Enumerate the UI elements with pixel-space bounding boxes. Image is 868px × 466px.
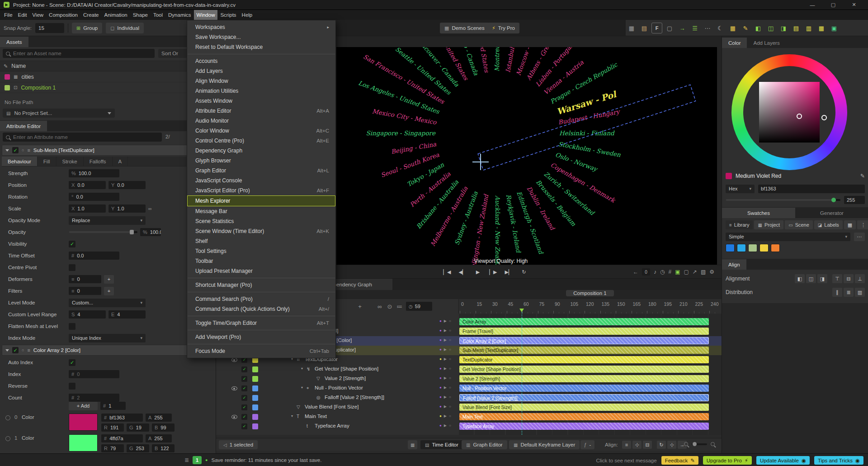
visibility-eye-icon[interactable] — [231, 415, 237, 419]
output-arrow-icon[interactable]: ▶ — [444, 319, 447, 323]
reverse-checkbox[interactable] — [69, 383, 75, 390]
marquee-icon[interactable]: ▢ — [664, 23, 675, 33]
collapse-caret-icon[interactable] — [5, 149, 9, 152]
project-button[interactable]: ▦Project — [754, 220, 783, 229]
menu-item-focus-mode[interactable]: Focus ModeCtrl+Tab — [187, 346, 335, 356]
value-field[interactable]: Y0.0 — [108, 181, 146, 189]
timeline-bar-textduplicator[interactable]: TextDuplicator — [459, 356, 709, 363]
try-pro-button[interactable]: ⚡ Try Pro — [487, 23, 519, 33]
value-field[interactable]: %100.0 — [69, 169, 119, 177]
group-button[interactable]: ⊞ Group — [72, 23, 102, 33]
saturation-value-square[interactable] — [759, 82, 820, 143]
timeline-bar-sub-mesh-textduplicator[interactable]: Sub-Mesh [TextDuplicator] — [459, 347, 709, 354]
value-field[interactable]: S4 — [69, 310, 106, 319]
project-set-dropdown[interactable]: ▤ No Project Set... — [3, 109, 115, 118]
scene-button[interactable]: ▭Scene — [785, 220, 813, 229]
menu-edit[interactable]: Edit — [15, 10, 30, 20]
individual-button[interactable]: ◻ Individual — [106, 23, 144, 33]
timeline-bar-color-array[interactable]: Color Array — [459, 318, 709, 325]
output-arrow-icon[interactable]: ▶ — [444, 385, 447, 390]
zoom-in-icon[interactable] — [711, 442, 715, 446]
move-tool-icon[interactable]: → — [677, 23, 688, 33]
input-dot-icon[interactable]: ● — [439, 347, 442, 352]
value-field[interactable]: ≡0 — [69, 287, 101, 295]
align-right-icon[interactable]: ◨ — [817, 274, 827, 283]
menu-item-scene-statistics[interactable]: Scene Statistics — [187, 216, 335, 226]
menu-item-javascript-console[interactable]: JavaScript Console — [187, 176, 335, 185]
enable-checkbox[interactable]: ✓ — [241, 414, 247, 420]
loop-dot-icon[interactable]: ○ — [449, 319, 451, 323]
more-menu-button[interactable]: ⋮ — [857, 220, 868, 229]
menu-item-accounts[interactable]: Accounts — [187, 56, 335, 66]
status-hint[interactable]: Click to see next message — [596, 458, 656, 463]
key-focus-icon[interactable]: ⊹ — [667, 441, 676, 449]
align-left-icon[interactable]: ◧ — [795, 274, 805, 283]
columns-icon[interactable]: ▥ — [803, 23, 814, 33]
color-mode-dropdown[interactable]: Hex ▾ — [726, 185, 755, 193]
minimize-button[interactable]: — — [802, 0, 823, 10]
visibility-eye-icon[interactable] — [231, 386, 237, 390]
menu-item-command-search-pro[interactable]: Command Search (Pro)/ — [187, 294, 335, 304]
value-field[interactable]: ≡0 — [69, 275, 101, 283]
attr-tab-a[interactable]: A — [113, 157, 128, 166]
menu-item-workspaces[interactable]: Workspaces▸ — [187, 22, 335, 32]
menu-item-align-window[interactable]: Align Window — [187, 76, 335, 86]
library-button[interactable]: ≡Library — [726, 220, 753, 229]
skip-start-button[interactable]: ▏◀ — [442, 266, 452, 277]
input-dot-icon[interactable]: ● — [439, 385, 442, 390]
menu-item-javascript-editor-pro[interactable]: JavaScript Editor (Pro)Alt+F — [187, 185, 335, 195]
visibility-eye-icon[interactable] — [231, 358, 237, 362]
pattern-icon[interactable]: ▧ — [701, 266, 706, 277]
value-field[interactable]: E4 — [108, 310, 146, 319]
selected-count-button[interactable]: ◁ 1 selected — [219, 440, 258, 449]
more-options-button[interactable]: ⋯ — [854, 233, 865, 241]
enable-checkbox[interactable]: ✓ — [241, 385, 247, 391]
tab-color[interactable]: Color — [722, 38, 747, 48]
loop-dot-icon[interactable]: ○ — [449, 338, 451, 342]
solo-icon[interactable]: ○ — [22, 348, 24, 352]
attr-tab-behaviour[interactable]: Behaviour — [2, 157, 38, 166]
hex-input[interactable]: bf1363 — [758, 185, 865, 193]
labels-button[interactable]: ◪Labels — [814, 220, 843, 229]
loop-button[interactable]: ↻ — [519, 266, 529, 277]
align-left-icon[interactable]: ◧ — [753, 23, 764, 33]
menu-dynamics[interactable]: Dynamics — [165, 10, 193, 20]
alpha-slider[interactable] — [726, 196, 840, 204]
loop-dot-icon[interactable]: ○ — [449, 357, 451, 361]
messages-icon[interactable]: ≣ — [184, 457, 189, 463]
timeline-bar-falloff-value-2-strength[interactable]: Falloff [Value 2 [Strength]] — [459, 394, 709, 401]
input-dot-icon[interactable]: ● — [439, 395, 442, 399]
enable-checkbox[interactable]: ✓ — [241, 366, 247, 372]
timeline-bar-typeface-array[interactable]: Typeface Array — [459, 423, 709, 430]
value-field[interactable]: #0 — [69, 370, 119, 378]
output-arrow-icon[interactable]: ▶ — [444, 347, 447, 352]
output-arrow-icon[interactable]: ▶ — [444, 414, 447, 418]
menu-item-animation-utilities[interactable]: Animation Utilities — [187, 86, 335, 96]
outliner-row-value-blend-font-size[interactable]: ✓▽Value Blend [Font Size]●▶○ — [216, 403, 458, 412]
key-align-center-icon[interactable]: ⊹ — [632, 441, 642, 449]
color-r-field[interactable]: R191 — [101, 423, 124, 432]
expand-caret-icon[interactable]: ▾ — [301, 366, 303, 371]
align-top-icon[interactable]: ⊤ — [832, 274, 842, 283]
input-dot-icon[interactable]: ● — [439, 414, 442, 418]
isolate-icon[interactable]: ⊙ — [385, 302, 394, 311]
outliner-row-value-2-strength[interactable]: ✓▽Value 2 [Strength]●▶○ — [216, 374, 458, 384]
menu-composition[interactable]: Composition — [46, 10, 80, 20]
color-radio[interactable] — [5, 415, 10, 420]
current-color-swatch[interactable] — [726, 173, 732, 179]
asset-row[interactable]: ▦cities.csv — [0, 71, 216, 82]
attr-tab-stroke[interactable]: Stroke — [57, 157, 84, 166]
menu-item-toggle-time-graph-editor[interactable]: Toggle Time/Graph EditorAlt+T — [187, 318, 335, 328]
swatch-chip[interactable] — [760, 244, 769, 252]
flatten-checkbox[interactable] — [69, 323, 75, 330]
rows-icon[interactable]: ▤ — [791, 23, 802, 33]
time-editor-button[interactable]: ▤ Time Editor — [420, 440, 463, 449]
loop-dot-icon[interactable]: ○ — [449, 404, 451, 409]
menu-item-assets-window[interactable]: Assets Window — [187, 96, 335, 106]
align-center-v-icon[interactable]: ⊟ — [844, 274, 854, 283]
menu-item-tool-settings[interactable]: Tool Settings — [187, 246, 335, 256]
keyframe-layer-dropdown[interactable]: ▦ Default Keyframe Layer — [509, 440, 580, 449]
enable-checkbox[interactable]: ✓ — [241, 395, 247, 401]
menu-window[interactable]: Window — [194, 10, 218, 20]
menu-file[interactable]: File — [1, 10, 15, 20]
